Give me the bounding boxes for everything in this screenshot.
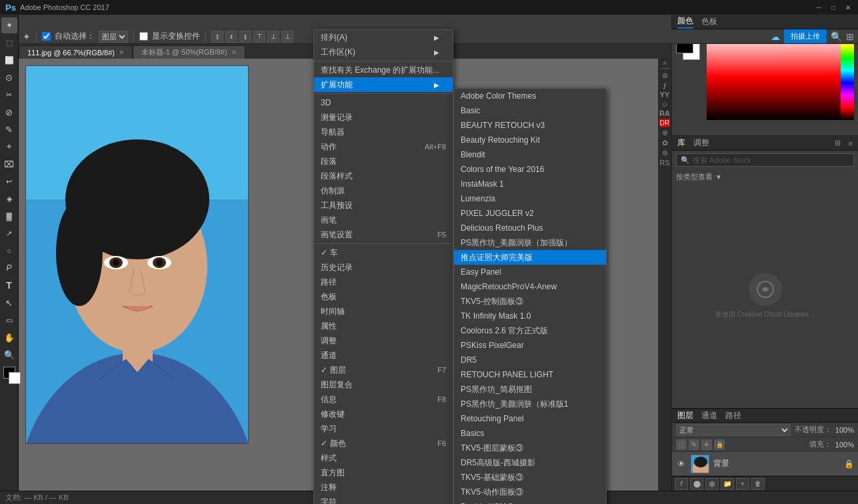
menu-navigator[interactable]: 导航器 — [314, 125, 453, 139]
ext-dr5[interactable]: DR5 — [454, 353, 606, 367]
right-tool-5[interactable]: RA — [659, 109, 670, 117]
folder-btn[interactable]: 📁 — [721, 478, 734, 490]
menu-3d-item[interactable]: 3D — [314, 95, 453, 110]
layers-tab[interactable]: 图层 — [677, 410, 693, 421]
lock-move-btn[interactable]: ✛ — [701, 439, 712, 450]
clone-btn[interactable]: ⌧ — [1, 156, 17, 172]
ext-pskiss[interactable]: PSKiss PixelGear — [454, 338, 606, 353]
ext-tkv5-action[interactable]: TKV5-动作面板③ — [454, 485, 606, 499]
ext-colors-year[interactable]: Colors of the Year 2016 — [454, 162, 606, 177]
right-tool-1[interactable]: ⊛ — [662, 71, 668, 80]
background-layer-row[interactable]: 👁 背景 🔒 — [672, 452, 858, 476]
ext-adobe-color[interactable]: Adobe Color Themes — [454, 89, 606, 103]
menu-swatches[interactable]: 色板 — [314, 289, 453, 304]
menu-timeline[interactable]: 时间轴 — [314, 304, 453, 319]
adj-panel-tab[interactable]: 调整 — [693, 137, 709, 149]
right-tool-6[interactable]: DR — [659, 119, 670, 127]
rect-select-btn[interactable]: ⬜ — [1, 52, 17, 68]
dodge-btn[interactable]: ○ — [1, 243, 17, 259]
align-right-btn[interactable]: ⫿ — [239, 31, 251, 43]
ext-ps-simple-cutout[interactable]: PS黑作坊_简易抠图 — [454, 382, 606, 397]
menu-workspace[interactable]: 工作区(K) ▶ — [314, 45, 453, 59]
ext-ps-beauty-std[interactable]: PS黑作坊_美颜润肤（标准版1 — [454, 397, 606, 411]
align-top-btn[interactable]: ⊤ — [253, 31, 265, 43]
auto-select-checkbox[interactable] — [42, 32, 51, 41]
ext-lumenzia[interactable]: Lumenzia — [454, 191, 606, 206]
hand-btn[interactable]: ✋ — [1, 329, 17, 345]
ext-beauty-retouch-v3[interactable]: BEAUTY RETOUCH v3 — [454, 118, 606, 133]
gradient-btn[interactable]: ▓ — [1, 208, 17, 224]
right-tool-7[interactable]: ⊗ — [662, 129, 668, 137]
menu-modifier[interactable]: 修改键 — [314, 407, 453, 421]
menu-car[interactable]: ✓车 — [314, 245, 453, 260]
ext-instamask[interactable]: InstaMask 1 — [454, 177, 606, 191]
upload-btn[interactable]: 拍摄上传 — [784, 29, 827, 43]
ext-magic-retouch[interactable]: MagicRetouchProV4-Anew — [454, 279, 606, 294]
ext-ps-beauty-plus[interactable]: PS黑作坊_美颜润肤（加强版） — [454, 235, 606, 250]
collapse-right-btn[interactable]: « — [661, 61, 669, 65]
bg-color-swatch[interactable] — [9, 372, 21, 384]
show-transform-checkbox[interactable] — [139, 32, 148, 41]
menu-adjustments[interactable]: 调整 — [314, 333, 453, 348]
align-bottom-btn[interactable]: ⊥ — [281, 31, 293, 43]
menu-measure-log[interactable]: 测量记录 — [314, 110, 453, 125]
ext-coolorus[interactable]: Coolorus 2.6 官方正式版 — [454, 323, 606, 338]
channels-tab[interactable]: 通道 — [701, 410, 717, 421]
eraser-btn[interactable]: ◈ — [1, 191, 17, 207]
lib-search-placeholder[interactable]: 搜索 Adobe Stock — [693, 155, 751, 165]
delete-layer-btn[interactable]: 🗑 — [751, 478, 765, 490]
lock-paint-btn[interactable]: ✎ — [689, 439, 699, 450]
right-tool-8[interactable]: ✿ — [662, 139, 668, 147]
ext-beauty-retouching-kit[interactable]: Beauty Retouching Kit — [454, 133, 606, 147]
menu-history[interactable]: 历史记录 — [314, 260, 453, 275]
align-middle-btn[interactable]: ⊥ — [267, 31, 279, 43]
right-tool-10[interactable]: RS — [659, 159, 669, 167]
ext-tkv5-panel[interactable]: TKV5-控制面板③ — [454, 294, 606, 309]
menu-learn[interactable]: 学习 — [314, 421, 453, 436]
menu-find-exchange[interactable]: 查找有关 Exchange 的扩展功能... — [314, 63, 453, 77]
menu-color-item[interactable]: ✓颜色 F6 — [314, 436, 453, 451]
zoom-btn[interactable]: 🔍 — [1, 347, 17, 363]
workspace-icon[interactable]: ⊞ — [846, 31, 854, 42]
tab-111jpg[interactable]: 111.jpg @ 66.7%(RGB/8#) ✕ — [19, 45, 133, 59]
type-btn[interactable]: T — [1, 277, 17, 293]
fx-btn[interactable]: f — [675, 478, 688, 490]
align-center-btn[interactable]: ⫾ — [225, 31, 237, 43]
menu-styles[interactable]: 样式 — [314, 451, 453, 465]
ext-delicious-retouch[interactable]: Delicious Retouch Plus — [454, 221, 606, 235]
new-layer-btn[interactable]: + — [736, 478, 749, 490]
crop-btn[interactable]: ✂ — [1, 87, 17, 103]
layer-mode-select[interactable]: 图层 — [99, 31, 128, 43]
menu-notes[interactable]: 注释 — [314, 480, 453, 495]
color-gradient-display[interactable] — [707, 33, 854, 120]
menu-channels[interactable]: 通道 — [314, 348, 453, 363]
menu-character[interactable]: 字符 — [314, 495, 453, 504]
menu-histogram[interactable]: 直方图 — [314, 465, 453, 480]
history-brush-btn[interactable]: ↩ — [1, 173, 17, 189]
right-tool-3[interactable]: YY — [660, 91, 670, 99]
ext-portrait-master[interactable]: 推点证照大师完美版 — [454, 250, 606, 265]
path-select-btn[interactable]: ↖ — [1, 295, 17, 311]
tab-close-2[interactable]: ✕ — [231, 49, 237, 56]
ext-retouch-panel-light[interactable]: RETOUCH PANEL LIGHT — [454, 367, 606, 382]
right-tool-2[interactable]: f — [663, 81, 666, 89]
ext-dr5-advanced[interactable]: DR5高级版-西城摄影 — [454, 455, 606, 470]
menu-layer-comp[interactable]: 图层复合 — [314, 377, 453, 392]
menu-layers-item[interactable]: ✓图层 F7 — [314, 363, 453, 377]
heal-btn[interactable]: ✎ — [1, 121, 17, 137]
ext-tk-infinity[interactable]: TK Infinity Mask 1.0 — [454, 309, 606, 323]
align-left-btn[interactable]: ⫿ — [211, 31, 223, 43]
add-mask-btn[interactable]: ⬤ — [690, 478, 703, 490]
menu-properties[interactable]: 属性 — [314, 319, 453, 333]
menu-brush-settings[interactable]: 画笔设置 F5 — [314, 227, 453, 242]
menu-paths[interactable]: 路径 — [314, 275, 453, 289]
lasso-btn[interactable]: ⊙ — [1, 69, 17, 85]
eyedropper-btn[interactable]: ⊘ — [1, 104, 17, 120]
ext-pixel-juggler[interactable]: PIXEL JUGGLER v2 — [454, 206, 606, 221]
menu-info[interactable]: 信息 F8 — [314, 392, 453, 407]
menu-clone-src[interactable]: 仿制源 — [314, 183, 453, 198]
panel-list-view-btn[interactable]: ≡ — [849, 139, 853, 147]
move-tool-btn[interactable]: ✦ — [1, 17, 17, 33]
lock-transparent-btn[interactable]: ⬚ — [676, 439, 687, 450]
right-tool-9[interactable]: ⊛ — [662, 149, 668, 157]
